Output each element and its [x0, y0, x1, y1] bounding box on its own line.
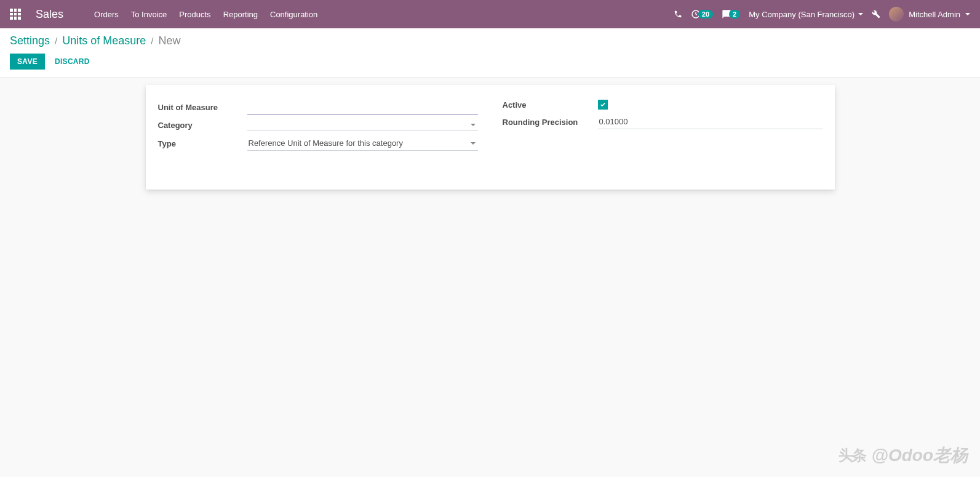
company-switcher[interactable]: My Company (San Francisco)	[749, 10, 863, 19]
watermark-text: @Odoo老杨	[872, 444, 968, 467]
apps-icon[interactable]	[10, 9, 21, 20]
form-sheet: Unit of Measure Category Type	[146, 85, 835, 190]
navbar-right: 20 2 My Company (San Francisco) Mitchell…	[674, 7, 970, 22]
menu-to-invoice[interactable]: To Invoice	[125, 0, 173, 28]
company-name: My Company (San Francisco)	[749, 10, 855, 19]
watermark: 头条 @Odoo老杨	[839, 444, 968, 467]
form-area: Unit of Measure Category Type	[0, 78, 980, 190]
menu-reporting[interactable]: Reporting	[217, 0, 264, 28]
chevron-down-icon	[471, 142, 476, 145]
messages-badge: 2	[729, 10, 740, 18]
checkbox-active[interactable]	[598, 100, 608, 110]
phone-icon[interactable]	[674, 10, 682, 18]
caret-down-icon	[858, 13, 863, 15]
breadcrumb-separator: /	[55, 36, 57, 46]
input-rounding-precision[interactable]	[598, 114, 823, 129]
select-type[interactable]: Reference Unit of Measure for this categ…	[247, 136, 478, 151]
control-panel: Settings / Units of Measure / New SAVE D…	[0, 28, 980, 78]
user-menu[interactable]: Mitchell Admin	[889, 7, 970, 22]
breadcrumb-separator: /	[151, 36, 153, 46]
select-category-value	[247, 119, 478, 130]
user-name: Mitchell Admin	[909, 10, 960, 19]
label-unit-of-measure: Unit of Measure	[158, 103, 247, 112]
app-title[interactable]: Sales	[36, 8, 63, 21]
activities-badge: 20	[698, 10, 713, 18]
caret-down-icon	[965, 13, 970, 15]
form-left-column: Unit of Measure Category Type	[158, 100, 478, 156]
activities-icon[interactable]: 20	[691, 9, 713, 19]
messages-icon[interactable]: 2	[722, 9, 740, 19]
discard-button[interactable]: DISCARD	[47, 54, 97, 70]
watermark-brand: 头条	[839, 446, 866, 465]
breadcrumb-settings[interactable]: Settings	[10, 34, 50, 47]
breadcrumb-units-of-measure[interactable]: Units of Measure	[62, 34, 146, 47]
menu-products[interactable]: Products	[173, 0, 217, 28]
menu-orders[interactable]: Orders	[88, 0, 125, 28]
main-navbar: Sales Orders To Invoice Products Reporti…	[0, 0, 980, 28]
action-buttons: SAVE DISCARD	[10, 54, 970, 70]
select-category[interactable]	[247, 119, 478, 131]
form-right-column: Active Rounding Precision	[503, 100, 823, 156]
menu-configuration[interactable]: Configuration	[264, 0, 324, 28]
select-type-value: Reference Unit of Measure for this categ…	[247, 136, 478, 150]
label-category: Category	[158, 121, 247, 130]
label-rounding-precision: Rounding Precision	[503, 118, 598, 127]
chevron-down-icon	[471, 124, 476, 126]
avatar	[889, 7, 904, 22]
input-unit-of-measure[interactable]	[247, 100, 478, 114]
breadcrumb-current: New	[158, 34, 180, 47]
label-active: Active	[503, 100, 598, 110]
nav-menu: Orders To Invoice Products Reporting Con…	[88, 0, 324, 28]
breadcrumb: Settings / Units of Measure / New	[10, 34, 970, 47]
debug-icon[interactable]	[872, 10, 880, 18]
save-button[interactable]: SAVE	[10, 54, 45, 70]
label-type: Type	[158, 139, 247, 148]
